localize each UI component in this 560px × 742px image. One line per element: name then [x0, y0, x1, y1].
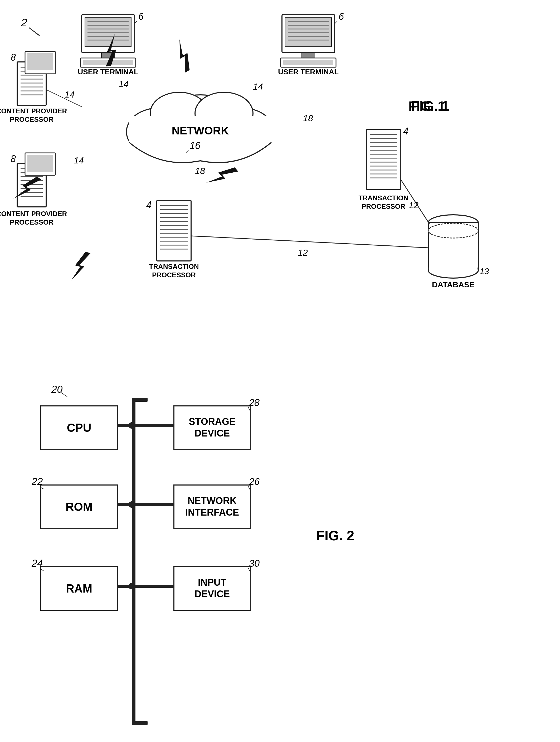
- svg-point-114: [129, 501, 135, 508]
- svg-rect-100: [132, 721, 148, 725]
- content-provider-2-label2: PROCESSOR: [10, 218, 54, 226]
- transaction-processor-2-label2: PROCESSOR: [361, 202, 405, 210]
- network-interface-label2: INTERFACE: [185, 507, 239, 518]
- svg-line-1: [36, 33, 40, 36]
- ref-28: 28: [249, 397, 260, 408]
- svg-rect-44: [27, 53, 53, 70]
- ref-14b: 14: [74, 155, 84, 165]
- ref-12a: 12: [298, 248, 308, 258]
- transaction-processor-1-label2: PROCESSOR: [152, 271, 196, 279]
- content-provider-1-label2: PROCESSOR: [10, 115, 54, 123]
- svg-rect-103: [135, 424, 174, 427]
- ref-18a: 18: [195, 166, 205, 176]
- ref-30: 30: [249, 558, 260, 569]
- ref-4a: 4: [146, 200, 152, 210]
- ref-16: 16: [190, 140, 201, 151]
- svg-marker-95: [169, 39, 195, 72]
- input-device-label2: DEVICE: [194, 589, 230, 599]
- svg-rect-99: [132, 398, 148, 402]
- svg-rect-107: [135, 503, 174, 506]
- content-provider-2-label: CONTENT PROVIDER: [0, 210, 67, 218]
- network-label: NETWORK: [172, 124, 229, 137]
- ram-label: RAM: [66, 582, 92, 595]
- transaction-processor-1-label: TRANSACTION: [149, 263, 199, 270]
- network-interface-label: NETWORK: [188, 495, 237, 506]
- ref-14d: 14: [253, 82, 263, 92]
- cpu-label: CPU: [67, 421, 92, 434]
- ref-26: 26: [249, 476, 260, 487]
- user-terminal-2-label: USER TERMINAL: [278, 68, 339, 76]
- ref-14c: 14: [119, 79, 129, 89]
- ref-22: 22: [32, 476, 43, 487]
- svg-marker-91: [71, 250, 91, 284]
- ref-6a: 6: [138, 11, 144, 22]
- diagram-container: 2 FIG. 1 6 USER TERMINAL: [0, 0, 560, 742]
- ref-24: 24: [32, 558, 43, 569]
- svg-point-115: [129, 583, 135, 589]
- storage-label2: DEVICE: [194, 428, 230, 439]
- svg-rect-24: [283, 60, 333, 65]
- ref-4b: 4: [403, 126, 408, 137]
- storage-label: STORAGE: [189, 416, 235, 427]
- bus-line-vertical: [132, 398, 135, 725]
- database-label: DATABASE: [432, 280, 474, 289]
- svg-rect-22: [302, 53, 315, 58]
- ref-13: 13: [480, 266, 489, 276]
- user-terminal-1-label: USER TERMINAL: [78, 68, 138, 76]
- ref-8a: 8: [10, 52, 16, 63]
- fig2-label-text: FIG. 2: [316, 528, 354, 543]
- transaction-processor-2-label: TRANSACTION: [358, 194, 408, 202]
- fig1-label-text: FIG. 1: [411, 98, 449, 114]
- ref-20: 20: [51, 384, 62, 395]
- ref-12b: 12: [408, 200, 418, 210]
- svg-point-88: [428, 223, 478, 238]
- ref-18b: 18: [303, 113, 313, 123]
- svg-rect-111: [135, 585, 174, 588]
- content-provider-1-label: CONTENT PROVIDER: [0, 107, 67, 115]
- svg-rect-55: [27, 155, 53, 172]
- input-device-label: INPUT: [198, 577, 226, 588]
- ref-14a: 14: [65, 89, 74, 99]
- svg-line-96: [191, 236, 428, 248]
- ref-8b: 8: [10, 153, 16, 164]
- ref-2-label: 2: [21, 16, 27, 29]
- ref-6b: 6: [339, 11, 344, 22]
- svg-point-113: [129, 422, 135, 429]
- svg-line-89: [46, 90, 82, 107]
- rom-label: ROM: [66, 500, 93, 513]
